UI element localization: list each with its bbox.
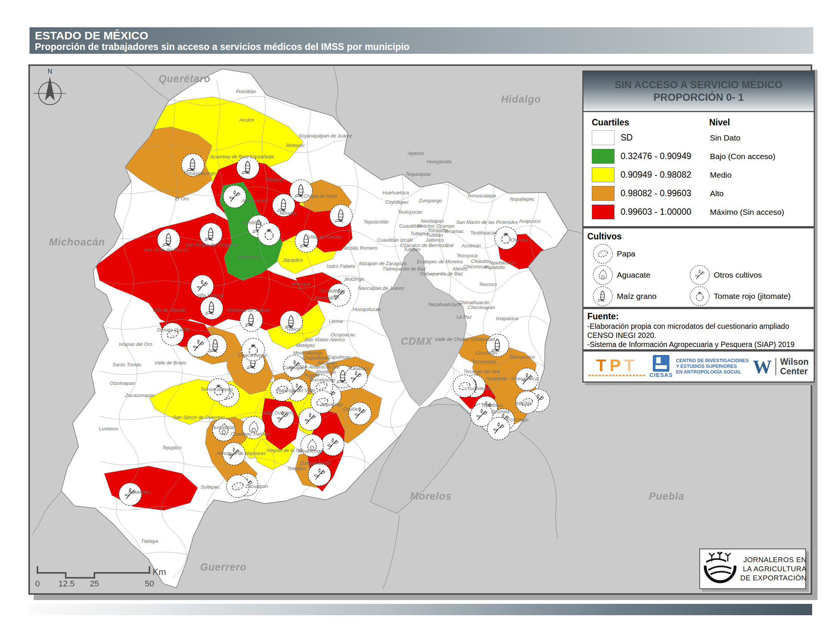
cultivo-item-tomate: Tomate rojo (jitomate): [690, 286, 791, 306]
municipality-label: Tonatico: [287, 465, 306, 471]
wilson-name-line: Wilson: [780, 357, 808, 367]
tpt-logo: TPT: [589, 357, 645, 376]
legend-swatch-medio: [592, 167, 614, 182]
crop-icon-maiz: [236, 156, 259, 179]
legend-row-sd: SD Sin Dato: [592, 129, 814, 147]
municipality-label: Teoloyucan: [397, 209, 423, 215]
municipality-label: Temascaltepec: [200, 386, 233, 392]
municipality-label: Nicolás Romero: [343, 245, 378, 251]
compass-rose: N: [34, 68, 66, 105]
legend-range: SD: [621, 133, 710, 143]
jornaleros-field-icon: [702, 551, 738, 587]
legend-range: 0.32476 - 0.90949: [621, 151, 710, 161]
municipality-label: Ecatepec de Morelos: [417, 259, 463, 264]
municipality-label: Acambay de Ruíz Castañeda: [210, 154, 274, 159]
jornaleros-text-line: LA AGRICULTURA: [740, 564, 807, 573]
municipality-label: Juchitepec: [468, 386, 492, 391]
municipality-label: Villa de Allende: [152, 307, 185, 313]
municipality-label: Joquicingo: [320, 402, 343, 407]
municipality-label: Soyaniquilpan de Juárez: [298, 133, 352, 138]
municipality-label: Xonacatlán: [314, 295, 339, 300]
municipality-label: Donato Guerra: [157, 327, 190, 333]
municipality-label: Ayapango: [486, 375, 508, 381]
title-bar: ESTADO DE MÉXICO Proporción de trabajado…: [29, 27, 813, 54]
legend-title-line2: PROPORCIÓN 0- 1: [653, 91, 744, 104]
municipality-label: Temascalapa: [467, 193, 495, 198]
wilson-w-mark: W: [753, 357, 772, 376]
page: ESTADO DE MÉXICO Proporción de trabajado…: [0, 0, 833, 644]
municipality-label: Acolman: [461, 243, 481, 248]
municipality-label: Coyotepec: [385, 199, 408, 205]
ciesas-text-line: EN ANTROPOLOGÍA SOCIAL: [676, 369, 749, 375]
legend-swatch-alto: [592, 186, 614, 201]
ciesas-logo: CIESAS CENTRO DE INVESTIGACIONES Y ESTUD…: [650, 355, 749, 378]
municipality-label: Texcaltitlán: [211, 425, 235, 430]
legend-level: Máximo (Sin acceso): [710, 208, 784, 217]
ciesas-text-line: Y ESTUDIOS SUPERIORES: [676, 364, 749, 369]
municipality-label: Huixquilucan: [353, 306, 381, 312]
scale-tick-12-5: 12.5: [58, 579, 75, 588]
legend-range: 0.90949 - 0.98082: [621, 170, 710, 180]
municipality-label: Tejupilco: [162, 445, 182, 451]
municipality-label: Sultepec: [201, 484, 220, 490]
municipality-label: Temoaya: [290, 281, 310, 287]
bottom-gradient-strip: [28, 604, 812, 615]
fuente-line: -Sistema de Información Agropecuaria y P…: [587, 340, 814, 349]
legend-swatch-maximo: [592, 204, 614, 219]
state-label: Puebla: [649, 491, 684, 502]
municipality-label: Amecameca: [510, 376, 538, 382]
legend-row-bajo: 0.32476 - 0.90949 Bajo (Con acceso): [592, 147, 814, 166]
cultivo-label: Maíz grano: [617, 292, 656, 301]
municipality-label: Tlalmanalco: [508, 354, 535, 360]
municipality-label: Luvianos: [99, 426, 119, 431]
legend-swatch-bajo: [592, 149, 614, 164]
ciesas-icon: [653, 355, 669, 372]
municipality-label: Otzoloapan: [110, 380, 135, 386]
municipality-label: Tenango del Valle: [277, 388, 315, 393]
municipality-label: Almoloya de Alquisiras: [216, 451, 266, 456]
cultivo-item-aguacate: Aguacate: [593, 265, 651, 285]
municipality-label: Tepotzotlán: [363, 219, 389, 225]
municipality-label: Zacualpan: [244, 483, 268, 489]
municipality-label: Huehuetoca: [383, 190, 409, 195]
fuente-panel: Fuente: -Elaboración propia con microdat…: [582, 308, 815, 350]
municipality-label: Lerma: [329, 318, 343, 324]
municipality-label: Jilotzingo: [343, 276, 364, 282]
municipality-label: Jiquipilco: [283, 257, 303, 263]
municipality-label: Villa Victoria: [197, 293, 224, 298]
legend-title-line1: SIN ACCESO A SERVICIO MÉDICO: [614, 79, 783, 91]
state-label: Michoacán: [49, 237, 105, 248]
municipality-label: Hueypoxtla: [427, 159, 451, 164]
wilson-divider: [775, 358, 776, 375]
ciesas-acronym: CIESAS: [650, 372, 673, 378]
municipality-label: Villa del Carbón: [308, 234, 342, 240]
crop-icon-tomate: [258, 223, 281, 246]
municipality-label: Temamatla: [472, 359, 496, 364]
fuente-line: -Elaboración propia con microdatos del c…: [587, 322, 814, 331]
legend-header: SIN ACCESO A SERVICIO MÉDICO PROPORCIÓN …: [584, 72, 814, 112]
municipality-label: Santo Tomás: [113, 362, 141, 367]
crop-icon-otros: [322, 433, 344, 456]
legend-level: Alto: [710, 189, 724, 198]
page-subtitle: Proporción de trabajadores sin acceso a …: [35, 42, 813, 52]
municipality-label: Jaltenco: [425, 237, 444, 243]
jornaleros-text-line: JORNALEROS EN: [740, 555, 807, 564]
municipality-label: Chiautla: [471, 258, 489, 264]
cultivo-item-papa: Papa: [593, 243, 635, 264]
municipality-label: Tlatlaya: [141, 538, 158, 544]
municipality-label: Calimaya: [283, 365, 303, 370]
legend-row-medio: 0.90949 - 0.98082 Medio: [592, 166, 814, 184]
municipality-label: Amatepec: [128, 489, 151, 495]
logos-panel: TPT CIESAS CENTRO DE INVESTIGACIONES Y E…: [582, 350, 815, 383]
state-label: Hidalgo: [501, 93, 541, 105]
crop-icon-otros: [308, 463, 331, 486]
scale-tick-50: 50: [145, 579, 154, 588]
municipality-label: Ixtapan del Oro: [119, 341, 152, 347]
municipality-label: Ixtapan de la Sal: [266, 448, 303, 453]
legend-panel: SIN ACCESO A SERVICIO MÉDICO PROPORCIÓN …: [582, 71, 815, 227]
municipality-label: Zumpahuacán: [299, 460, 331, 466]
municipality-label: Zinacantepec: [237, 352, 267, 358]
municipality-label: Xalatlaco: [349, 365, 369, 371]
municipality-label: Tecámac: [444, 229, 464, 234]
legend-row-alto: 0.98082 - 0.99603 Alto: [592, 184, 814, 203]
